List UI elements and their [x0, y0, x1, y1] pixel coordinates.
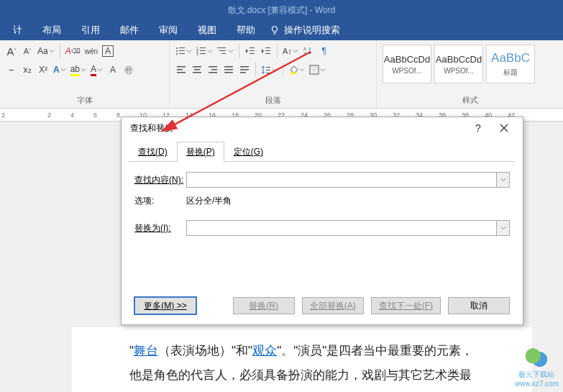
svg-rect-6 [179, 53, 185, 54]
svg-rect-40 [266, 70, 270, 70]
svg-rect-39 [266, 67, 270, 68]
sort-icon: AZ [303, 46, 313, 56]
paragraph-group: 123 A↕ AZ ¶ [170, 40, 377, 109]
text-effects-button[interactable]: A [52, 62, 68, 78]
bullets-button[interactable] [174, 43, 193, 59]
align-center-icon [192, 65, 202, 75]
sort-button[interactable]: AZ [301, 43, 316, 59]
svg-rect-34 [224, 69, 233, 70]
decrease-indent-button[interactable] [243, 43, 257, 59]
style-item-1[interactable]: AaBbCcDd WPSOf... [383, 45, 431, 83]
dialog-titlebar[interactable]: 查找和替换 ? [122, 117, 523, 139]
svg-rect-20 [265, 50, 270, 51]
grow-font-button[interactable]: Aˇ [4, 43, 19, 59]
line-spacing-button[interactable] [260, 62, 279, 78]
enclose-char-button[interactable]: ㊕ [122, 62, 136, 78]
align-justify-button[interactable] [221, 62, 236, 78]
tab-references[interactable]: 引用 [71, 20, 110, 40]
chevron-down-icon [320, 67, 326, 73]
svg-rect-37 [240, 69, 249, 70]
clear-format-button[interactable]: A⌫ [64, 43, 82, 59]
svg-point-3 [176, 50, 178, 52]
find-dropdown-button[interactable] [497, 172, 510, 188]
dialog-help-button[interactable]: ? [465, 117, 491, 139]
style-name: 标题 [503, 68, 518, 78]
svg-rect-41 [266, 73, 270, 73]
svg-rect-21 [265, 53, 270, 54]
more-button[interactable]: 更多(M) >> [134, 297, 196, 314]
ribbon-tabs: 计 布局 引用 邮件 审阅 视图 帮助 操作说明搜索 [0, 20, 563, 40]
dialog-close-button[interactable] [491, 117, 517, 139]
align-distribute-button[interactable] [237, 62, 252, 78]
subscript-button[interactable]: x₂ [20, 62, 35, 78]
link-audience[interactable]: 观众 [252, 344, 277, 357]
svg-rect-8 [200, 47, 206, 48]
svg-text:Z: Z [303, 52, 306, 56]
svg-rect-24 [177, 66, 186, 68]
styles-group: AaBbCcDd WPSOf... AaBbCcDd WPSOf... AaBb… [377, 40, 563, 109]
tab-find[interactable]: 查找(D) [129, 142, 177, 162]
tab-design[interactable]: 计 [3, 20, 32, 40]
align-center-button[interactable] [190, 62, 204, 78]
tab-view[interactable]: 视图 [188, 20, 226, 40]
align-left-button[interactable] [174, 62, 188, 78]
tab-review[interactable]: 审阅 [149, 20, 188, 40]
svg-rect-27 [193, 66, 201, 68]
dialog-title: 查找和替换 [127, 122, 465, 135]
style-name: WPSOf... [392, 67, 422, 75]
align-right-button[interactable] [206, 62, 220, 78]
phonetic-guide-button[interactable]: wén [83, 43, 99, 59]
chevron-down-icon [81, 67, 86, 73]
chevron-down-icon [186, 48, 192, 54]
tab-help[interactable]: 帮助 [226, 20, 265, 40]
ruler-tick: 2 [47, 111, 70, 119]
chevron-down-icon [207, 48, 213, 54]
page-content[interactable]: "舞台（表演场地）"和"观众"。"演员"是四者当中最重要的元素， 他是角色的代言… [72, 327, 532, 392]
svg-rect-29 [193, 72, 201, 73]
find-next-button[interactable]: 查找下一处(F) [371, 297, 441, 314]
replace-dropdown-button[interactable] [497, 220, 510, 236]
tab-layout[interactable]: 布局 [32, 20, 71, 40]
tab-goto[interactable]: 定位(G) [224, 142, 273, 162]
superscript-button[interactable]: X² [36, 62, 50, 78]
link-stage[interactable]: 舞台 [134, 344, 158, 357]
lightbulb-icon [270, 25, 280, 35]
numbering-button[interactable]: 123 [195, 43, 214, 59]
shading-button[interactable] [287, 62, 306, 78]
font-group: Aˇ Aˇ Aa A⌫ wén A ‒ x₂ X² A ab A A ㊕ 字体 [0, 40, 170, 109]
strikethrough-button[interactable]: ‒ [4, 62, 19, 78]
change-case-button[interactable]: Aa [36, 43, 56, 59]
replace-all-button[interactable]: 全部替换(A) [302, 297, 364, 314]
tab-replace[interactable]: 替换(P) [177, 142, 224, 162]
paragraph-2[interactable]: 他是角色的代言人，必须具备扮演的能力，戏剧与其它艺术类最 [129, 363, 475, 388]
svg-rect-4 [179, 50, 185, 51]
font-color-button[interactable]: A [89, 62, 104, 78]
chevron-down-icon [299, 67, 305, 73]
paragraph-1[interactable]: "舞台（表演场地）"和"观众"。"演员"是四者当中最重要的元素， [129, 339, 475, 363]
text-direction-button[interactable]: A↕ [281, 43, 300, 59]
align-right-icon [208, 65, 218, 75]
borders-button[interactable] [308, 62, 327, 78]
cancel-button[interactable]: 取消 [448, 297, 510, 314]
highlight-button[interactable]: ab [69, 62, 88, 78]
tab-mailings[interactable]: 邮件 [110, 20, 149, 40]
show-marks-button[interactable]: ¶ [317, 43, 331, 59]
tell-me-search[interactable]: 操作说明搜索 [270, 24, 340, 37]
replace-input[interactable] [186, 220, 497, 236]
char-shading-button[interactable]: A [106, 62, 120, 78]
chevron-down-icon [500, 225, 506, 231]
dialog-tabs: 查找(D) 替换(P) 定位(G) [129, 142, 516, 162]
indent-icon [261, 46, 271, 56]
shrink-font-button[interactable]: Aˇ [20, 43, 35, 59]
svg-text:A: A [303, 47, 306, 51]
increase-indent-button[interactable] [259, 43, 273, 59]
chevron-down-icon [272, 67, 278, 73]
tell-me-label: 操作说明搜索 [284, 24, 340, 37]
replace-button[interactable]: 替换(R) [233, 297, 295, 314]
style-item-3[interactable]: AaBbC 标题 [486, 45, 535, 83]
multilevel-list-button[interactable] [216, 43, 235, 59]
char-border-button[interactable]: A [101, 43, 115, 59]
align-left-icon [176, 65, 186, 75]
find-input[interactable] [186, 172, 497, 188]
style-item-2[interactable]: AaBbCcDd WPSOf... [434, 45, 483, 83]
